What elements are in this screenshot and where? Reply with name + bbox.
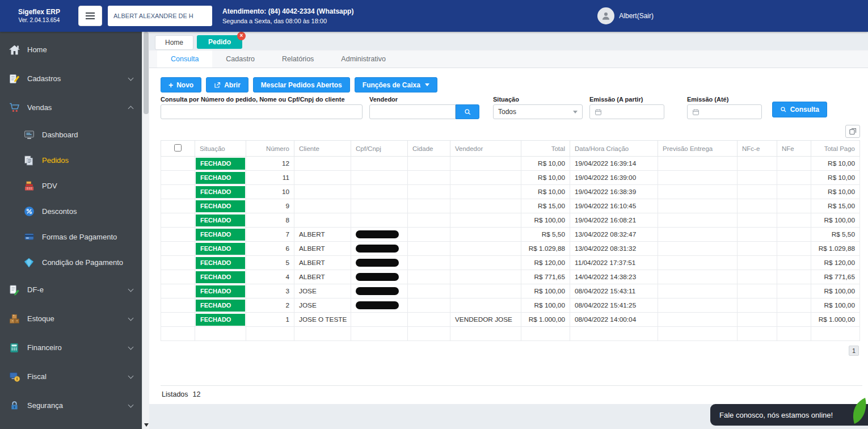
sidebar-item-dfe[interactable]: DF-e — [0, 275, 142, 304]
column-header-situacao[interactable]: Situação — [195, 141, 246, 157]
sidebar-item-condicao-pagamento[interactable]: Condição de Pagamento — [0, 250, 142, 275]
sidebar-item-financeiro[interactable]: Financeiro — [0, 333, 142, 362]
column-header-cidade[interactable]: Cidade — [408, 141, 450, 157]
column-header-cpf[interactable]: Cpf/Cnpj — [351, 141, 408, 157]
brand: Sigeflex ERP Ver. 2.04.13.654 — [6, 7, 73, 24]
cell-data_hora: 19/04/2022 16:38:39 — [570, 185, 658, 199]
chat-widget[interactable]: Fale conosco, nós estamos online! — [710, 404, 868, 426]
hamburger-menu-button[interactable] — [78, 6, 102, 26]
order-row[interactable]: FECHADO11R$ 10,0019/04/2022 16:39:00R$ 1… — [161, 171, 860, 185]
descontos-icon — [23, 205, 35, 217]
cell-sel — [161, 199, 195, 213]
cell-cliente — [294, 157, 351, 171]
column-header-nfce[interactable]: NFc-e — [738, 141, 777, 157]
sidebar-item-label: Formas de Pagamento — [42, 233, 117, 241]
page-number[interactable]: 1 — [849, 346, 859, 356]
column-header-total[interactable]: Total — [521, 141, 570, 157]
cell-previsao — [658, 171, 738, 185]
topbar-search-input[interactable] — [108, 6, 212, 26]
sidebar-item-descontos[interactable]: Descontos — [0, 199, 142, 224]
export-columns-button[interactable] — [845, 125, 860, 138]
order-row[interactable]: FECHADO3JOSER$ 100,0008/04/2022 15:43:11… — [161, 284, 860, 298]
select-all-checkbox[interactable] — [174, 144, 182, 152]
cell-numero: 5 — [246, 256, 294, 270]
cell-cpf — [351, 242, 408, 256]
sidebar-item-estoque[interactable]: Estoque — [0, 304, 142, 333]
novo-label: Novo — [176, 81, 193, 89]
sidebar-item-seguranca[interactable]: Segurança — [0, 391, 142, 420]
emissao-ate-input[interactable] — [687, 104, 762, 119]
vendedor-search-button[interactable] — [456, 104, 479, 119]
sidebar-item-pdv[interactable]: PDV — [0, 173, 142, 199]
tab-relatorios[interactable]: Relatórios — [268, 51, 327, 68]
column-header-numero[interactable]: Número — [246, 141, 294, 157]
order-row[interactable]: FECHADO10R$ 10,0019/04/2022 16:38:39R$ 1… — [161, 185, 860, 199]
order-row[interactable]: FECHADO6ALBERTR$ 1.029,8813/04/2022 08:3… — [161, 242, 860, 256]
cell-total: R$ 100,00 — [521, 284, 570, 298]
cell-total_pago: R$ 100,00 — [811, 284, 860, 298]
cell-previsao — [658, 185, 738, 199]
tab-cadastro[interactable]: Cadastro — [212, 51, 268, 68]
cell-nfe — [777, 171, 811, 185]
order-row[interactable]: FECHADO1JOSE O TESTEVENDEDOR JOSER$ 1.00… — [161, 313, 860, 327]
column-header-vendedor[interactable]: Vendedor — [450, 141, 521, 157]
cell-vendedor — [450, 213, 521, 228]
order-row[interactable]: FECHADO12R$ 10,0019/04/2022 16:39:14R$ 1… — [161, 157, 860, 171]
sidebar-submenu-vendas: Dashboard Pedidos PDV Descontos — [0, 122, 142, 275]
order-row[interactable]: FECHADO9R$ 15,0019/04/2022 16:10:45R$ 15… — [161, 199, 860, 213]
column-header-cliente[interactable]: Cliente — [294, 141, 351, 157]
abrir-label: Abrir — [224, 81, 241, 89]
abrir-button[interactable]: Abrir — [206, 77, 248, 92]
column-header-previsao[interactable]: Previsão Entrega — [658, 141, 738, 157]
funcoes-caixa-button[interactable]: Funções de Caixa — [355, 77, 437, 92]
consulta-button[interactable]: Consulta — [772, 102, 827, 117]
mesclar-pedidos-button[interactable]: Mesclar Pedidos Abertos — [253, 77, 350, 92]
sidebar-item-label: Estoque — [27, 314, 54, 323]
tab-administrativo[interactable]: Administrativo — [327, 51, 399, 68]
redaction-mark — [356, 259, 399, 267]
tab-pedido[interactable]: Pedido × — [197, 35, 242, 49]
order-row[interactable]: FECHADO8R$ 100,0019/04/2022 16:08:21R$ 1… — [161, 213, 860, 228]
situacao-select[interactable]: Todos — [493, 104, 583, 119]
cell-sel — [161, 256, 195, 270]
sidebar-item-pedidos[interactable]: Pedidos — [0, 148, 142, 173]
tab-home[interactable]: Home — [155, 35, 193, 50]
orders-table: SituaçãoNúmeroClienteCpf/CnpjCidadeVende… — [161, 140, 860, 341]
cell-nfce — [738, 199, 777, 213]
cell-situacao: FECHADO — [195, 284, 246, 298]
vendedor-input[interactable] — [369, 104, 456, 119]
consulta-input[interactable] — [161, 104, 363, 119]
sidebar-item-fiscal[interactable]: Fiscal — [0, 362, 142, 391]
sidebar-item-formas-pagamento[interactable]: Formas de Pagamento — [0, 224, 142, 250]
sidebar-item-home[interactable]: Home — [0, 35, 142, 64]
user-menu[interactable]: Albert(Sair) — [597, 7, 654, 24]
search-icon — [464, 108, 471, 116]
tab-consulta[interactable]: Consulta — [157, 51, 212, 68]
column-header-data_hora[interactable]: Data/Hora Criação — [570, 141, 658, 157]
cell-total: R$ 5,50 — [521, 228, 570, 242]
sidebar-item-dashboard[interactable]: Dashboard — [0, 122, 142, 148]
sidebar-item-vendas[interactable]: Vendas — [0, 93, 142, 122]
cell-cidade — [408, 270, 450, 284]
order-row[interactable]: FECHADO5ALBERTR$ 120,0011/04/2022 17:37:… — [161, 256, 860, 270]
close-tab-button[interactable]: × — [237, 32, 246, 40]
novo-button[interactable]: + Novo — [161, 77, 201, 92]
cell-cliente: JOSE — [294, 284, 351, 298]
order-row[interactable]: FECHADO4ALBERTR$ 771,6514/04/2022 14:38:… — [161, 270, 860, 284]
cell-vendedor — [450, 199, 521, 213]
order-row[interactable]: FECHADO2JOSER$ 100,0008/04/2022 15:41:25… — [161, 298, 860, 313]
emissao-de-input[interactable] — [589, 104, 664, 119]
cell-vendedor — [450, 270, 521, 284]
open-icon — [214, 82, 221, 89]
scrollbar-thumb[interactable] — [144, 32, 149, 114]
column-header-total_pago[interactable]: Total Pago — [811, 141, 860, 157]
order-row[interactable]: FECHADO7ALBERTR$ 5,5013/04/2022 08:32:47… — [161, 228, 860, 242]
scrollbar-down-arrow[interactable] — [144, 423, 149, 427]
sidebar-item-cadastros[interactable]: Cadastros — [0, 64, 142, 93]
cell-data_hora: 19/04/2022 16:39:00 — [570, 171, 658, 185]
sidebar-item-label: Segurança — [27, 401, 63, 410]
column-header-nfe[interactable]: NFe — [777, 141, 811, 157]
select-caret-icon — [573, 111, 578, 113]
cell-nfe — [777, 270, 811, 284]
sidebar-scrollbar[interactable] — [142, 32, 149, 429]
